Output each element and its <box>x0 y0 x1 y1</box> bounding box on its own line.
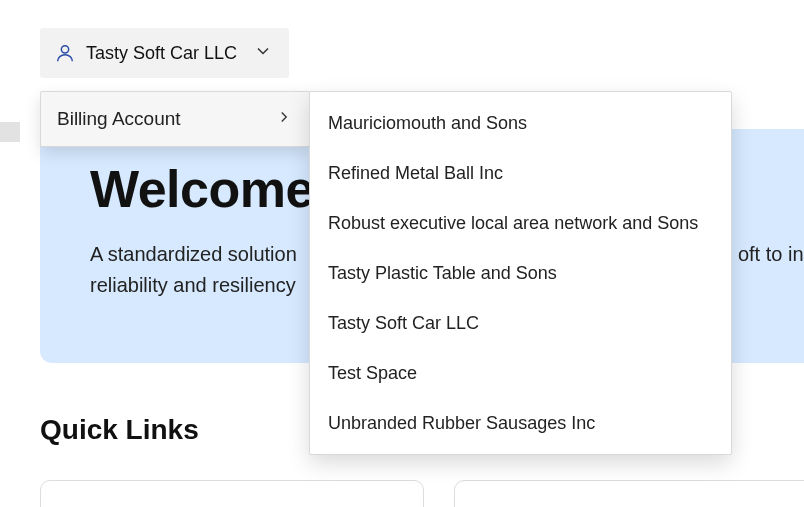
chevron-down-icon <box>253 41 273 66</box>
page-root: Tasty Soft Car LLC Welcome to the fany A… <box>0 0 804 78</box>
quick-link-card[interactable] <box>454 480 804 507</box>
person-icon <box>54 42 76 64</box>
menu-item-label: Billing Account <box>57 108 181 130</box>
left-edge-strip <box>0 122 20 142</box>
billing-account-option[interactable]: Test Space <box>310 348 731 398</box>
billing-account-option[interactable]: Unbranded Rubber Sausages Inc <box>310 398 731 448</box>
quick-links-section: Quick Links <box>40 414 199 446</box>
account-selector-button[interactable]: Tasty Soft Car LLC <box>40 28 289 78</box>
billing-account-option[interactable]: Robust executive local area network and … <box>310 198 731 248</box>
billing-account-option[interactable]: Mauriciomouth and Sons <box>310 98 731 148</box>
chevron-right-icon <box>275 108 293 131</box>
account-selector-label: Tasty Soft Car LLC <box>86 43 237 64</box>
billing-account-option[interactable]: Tasty Plastic Table and Sons <box>310 248 731 298</box>
billing-account-submenu: Mauriciomouth and SonsRefined Metal Ball… <box>309 91 732 455</box>
quick-links-heading: Quick Links <box>40 414 199 446</box>
billing-account-option[interactable]: Tasty Soft Car LLC <box>310 298 731 348</box>
quick-link-card[interactable] <box>40 480 424 507</box>
menu-item-billing-account[interactable]: Billing Account <box>41 92 309 146</box>
account-menu: Billing Account <box>40 91 310 147</box>
billing-account-option[interactable]: Refined Metal Ball Inc <box>310 148 731 198</box>
svg-point-0 <box>61 46 68 53</box>
quick-links-cards <box>40 480 804 507</box>
